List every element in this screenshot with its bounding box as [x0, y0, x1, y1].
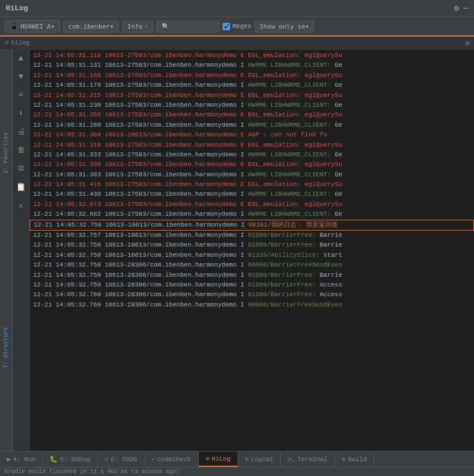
- build-tab-label: Build: [348, 456, 367, 463]
- debug-tab-label: 5: Debug: [60, 456, 90, 463]
- build-tab-icon: ⚒: [342, 455, 346, 463]
- hilog-label-row: ≡ hilog: [5, 39, 30, 47]
- log-line[interactable]: 12-21 14:05:31.366 10613-27583/com.ibenb…: [30, 160, 474, 170]
- debug-tab-icon: 🐛: [50, 455, 58, 463]
- bottom-tab-logcat[interactable]: ≡Logcat: [238, 451, 281, 467]
- status-bar: Gradle build finished in 11 s 902 ms (a …: [0, 467, 474, 476]
- title-bar-icons: ⚙ —: [454, 3, 468, 13]
- bottom-tab-todo[interactable]: ☑6: TODO: [98, 451, 144, 467]
- bottom-tab-codecheck[interactable]: ✓CodeCheck: [144, 451, 199, 467]
- menu-icon[interactable]: ≡: [5, 39, 9, 47]
- logcat-tab-icon: ≡: [245, 456, 249, 463]
- device-icon: 📱: [10, 22, 18, 30]
- log-line[interactable]: 12-21 14:05:31.265 10613-27583/com.ibenb…: [30, 110, 474, 120]
- minimize-icon[interactable]: —: [464, 3, 468, 13]
- filter-icon[interactable]: ≡: [17, 89, 24, 100]
- regex-checkbox[interactable]: [223, 23, 230, 30]
- log-line[interactable]: 12-21 14:05:32.759 10613-28306/com.ibenb…: [30, 280, 474, 290]
- log-line[interactable]: 12-21 14:05:31.333 10613-27583/com.ibenb…: [30, 150, 474, 160]
- todo-tab-icon: ☑: [105, 455, 109, 463]
- log-line[interactable]: 12-21 14:05:32.673 10613-27583/com.ibenb…: [30, 200, 474, 209]
- log-line[interactable]: 12-21 14:05:31.383 10613-27583/com.ibenb…: [30, 170, 474, 180]
- title-bar: HiLog ⚙ —: [0, 0, 474, 17]
- log-line[interactable]: 12-21 14:05:32.756 10613-10613/com.ibenb…: [30, 220, 474, 231]
- package-dropdown[interactable]: com.ibenber▾: [63, 21, 119, 33]
- bottom-tabs: ▶4: Run🐛5: Debug☑6: TODO✓CodeCheck≡HiLog…: [0, 451, 474, 467]
- run-tab-icon: ▶: [7, 455, 11, 463]
- favorites-tab[interactable]: 2: Favorites: [2, 130, 10, 176]
- log-line[interactable]: 12-21 14:05:31.179 10613-27583/com.ibenb…: [30, 80, 474, 90]
- log-line[interactable]: 12-21 14:05:31.280 10613-27583/com.ibenb…: [30, 120, 474, 130]
- bottom-tab-hilog[interactable]: ≡HiLog: [199, 451, 238, 467]
- grid-icon[interactable]: ⊞: [465, 39, 469, 47]
- clipboard-icon[interactable]: 📋: [15, 181, 27, 193]
- title-bar-title: HiLog: [6, 4, 28, 13]
- regex-checkbox-label[interactable]: Regex: [223, 23, 251, 30]
- log-line[interactable]: 12-21 14:05:31.118 10613-27583/com.ibenb…: [30, 51, 474, 60]
- build-status-text: Gradle build finished in 11 s 902 ms (a …: [5, 469, 179, 475]
- log-line[interactable]: 12-21 14:05:32.758 10613-28306/com.ibenb…: [30, 260, 474, 270]
- log-line[interactable]: 12-21 14:05:31.430 10613-27583/com.ibenb…: [30, 189, 474, 199]
- log-line[interactable]: 12-21 14:05:32.758 10613-10613/com.ibenb…: [30, 240, 474, 250]
- log-line[interactable]: 12-21 14:05:32.760 10613-28306/com.ibenb…: [30, 300, 474, 310]
- codecheck-tab-label: CodeCheck: [158, 456, 191, 463]
- search-input[interactable]: [156, 21, 219, 33]
- bottom-tab-terminal[interactable]: >_Terminal: [281, 451, 335, 467]
- logcat-tab-label: Logcat: [251, 456, 274, 463]
- hilog-label-text: hilog: [11, 39, 30, 46]
- terminal-tab-icon: >_: [288, 456, 295, 463]
- print-icon[interactable]: 🖨: [16, 126, 26, 138]
- device-label: HUAWEI A▾: [21, 23, 55, 30]
- log-container[interactable]: 12-21 14:05:31.118 10613-27583/com.ibenb…: [30, 50, 474, 451]
- log-line[interactable]: 12-21 14:05:31.416 10613-27583/com.ibenb…: [30, 180, 474, 189]
- secondary-toolbar: ≡ hilog ⊞: [0, 37, 474, 50]
- level-dropdown-arrow: ▾: [145, 23, 148, 29]
- download-icon[interactable]: ⬇: [17, 107, 24, 119]
- bottom-tab-run[interactable]: ▶4: Run: [0, 451, 43, 467]
- log-line[interactable]: 12-21 14:05:31.215 10613-27583/com.ibenb…: [30, 91, 474, 100]
- main-content: 2: Favorites 7: Structure ▲ ▼ ≡ ⬇ 🖨 🗑 ⧉ …: [0, 50, 474, 451]
- bottom-tab-debug[interactable]: 🐛5: Debug: [43, 451, 98, 467]
- delete-icon[interactable]: 🗑: [16, 144, 26, 156]
- log-line[interactable]: 12-21 14:05:32.682 10613-27583/com.ibenb…: [30, 209, 474, 219]
- left-sidebar: ▲ ▼ ≡ ⬇ 🖨 🗑 ⧉ 📋 ✕: [13, 50, 30, 451]
- device-dropdown[interactable]: 📱 HUAWEI A▾: [5, 20, 60, 33]
- log-line[interactable]: 12-21 14:05:31.304 10613-10613/com.ibenb…: [30, 130, 474, 140]
- log-line[interactable]: 12-21 14:05:31.165 10613-27583/com.ibenb…: [30, 71, 474, 80]
- level-dropdown[interactable]: Info ▾: [122, 21, 153, 33]
- terminal-tab-label: Terminal: [298, 456, 328, 463]
- log-line[interactable]: 12-21 14:05:31.131 10613-27583/com.ibenb…: [30, 60, 474, 70]
- level-label: Info: [127, 23, 143, 30]
- package-label: com.ibenber▾: [69, 23, 114, 30]
- codecheck-tab-icon: ✓: [151, 455, 155, 463]
- show-only-dropdown[interactable]: Show only se▾: [255, 21, 314, 33]
- far-left-panel: 2: Favorites 7: Structure: [0, 50, 13, 451]
- settings-icon[interactable]: ⚙: [454, 3, 459, 13]
- run-tab-label: 4: Run: [13, 456, 36, 463]
- log-line[interactable]: 12-21 14:05:32.757 10613-10613/com.ibenb…: [30, 231, 474, 240]
- regex-label: Regex: [232, 23, 251, 30]
- log-line[interactable]: 12-21 14:05:32.758 10613-10613/com.ibenb…: [30, 251, 474, 260]
- toolbar: 📱 HUAWEI A▾ com.ibenber▾ Info ▾ Regex Sh…: [0, 17, 474, 37]
- hilog-tab-label: HiLog: [212, 455, 231, 462]
- hilog-tab-icon: ≡: [206, 455, 210, 462]
- scroll-up-icon[interactable]: ▲: [17, 53, 24, 64]
- show-only-label: Show only se▾: [260, 23, 309, 30]
- structure-tab[interactable]: 7: Structure: [2, 325, 10, 370]
- copy-icon[interactable]: ⧉: [17, 163, 25, 174]
- todo-tab-label: 6: TODO: [111, 456, 137, 463]
- close-icon[interactable]: ✕: [17, 200, 24, 212]
- bottom-tab-build[interactable]: ⚒Build: [335, 451, 375, 467]
- log-line[interactable]: 12-21 14:05:31.316 10613-27583/com.ibenb…: [30, 140, 474, 150]
- log-line[interactable]: 12-21 14:05:32.759 10613-28306/com.ibenb…: [30, 271, 474, 280]
- log-line[interactable]: 12-21 14:05:31.230 10613-27583/com.ibenb…: [30, 100, 474, 110]
- log-line[interactable]: 12-21 14:05:32.760 10613-28306/com.ibenb…: [30, 290, 474, 300]
- scroll-down-icon[interactable]: ▼: [17, 71, 24, 82]
